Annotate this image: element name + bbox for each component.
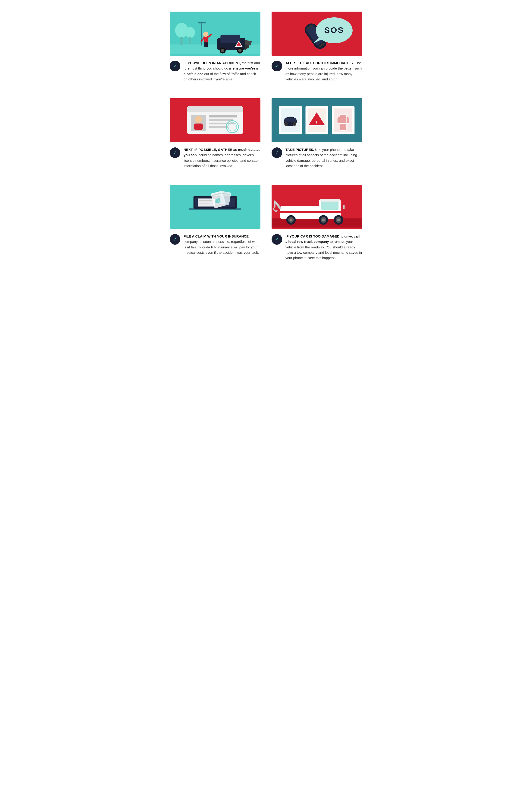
- image-tow: [271, 185, 362, 229]
- heading-tow: IF YOUR CAR IS TOO DAMAGED: [285, 234, 340, 238]
- text-gather: ✓ NEXT, IF POSSIBLE, GATHER as much data…: [170, 147, 261, 168]
- svg-text:SOS: SOS: [324, 25, 344, 35]
- text-accident-content: IF YOU'VE BEEN IN AN ACCIDENT, the first…: [184, 60, 261, 82]
- svg-rect-6: [201, 22, 202, 46]
- text-pictures-content: TAKE PICTURES. Use your phone and take p…: [285, 147, 362, 168]
- svg-rect-5: [189, 37, 191, 44]
- text-tow: ✓ IF YOUR CAR IS TOO DAMAGED to drive, c…: [271, 234, 362, 260]
- image-accident: !: [170, 12, 261, 56]
- text-accident: ✓ IF YOU'VE BEEN IN AN ACCIDENT, the fir…: [170, 60, 261, 82]
- check-icon-tow: ✓: [271, 234, 282, 245]
- svg-point-51: [293, 122, 296, 126]
- svg-rect-86: [280, 211, 341, 213]
- svg-rect-38: [194, 124, 203, 130]
- heading-gather: NEXT, IF POSSIBLE, GATHER: [184, 148, 232, 151]
- svg-point-89: [290, 219, 292, 221]
- divider-2: [170, 178, 362, 178]
- svg-rect-35: [187, 109, 243, 112]
- svg-text:!: !: [316, 120, 317, 125]
- svg-rect-39: [209, 115, 237, 117]
- divider-1: [170, 91, 362, 91]
- svg-rect-81: [271, 218, 362, 227]
- svg-rect-99: [343, 205, 344, 209]
- text-pictures: ✓ TAKE PICTURES. Use your phone and take…: [271, 147, 362, 168]
- image-gather: [170, 98, 261, 142]
- svg-point-92: [322, 219, 325, 221]
- heading-pictures: TAKE PICTURES.: [285, 148, 314, 151]
- heading-authorities: ALERT THE AUTHORITIES IMMEDIATELY.: [285, 61, 354, 65]
- svg-rect-49: [285, 118, 296, 123]
- text-authorities: ✓ ALERT THE AUTHORITIES IMMEDIATELY. The…: [271, 60, 362, 82]
- svg-rect-42: [209, 126, 228, 128]
- text-claim: ✓ FILE A CLAIM WITH YOUR INSURANCE compa…: [170, 234, 261, 255]
- main-grid: ! ✓ IF YOU'VE: [164, 7, 368, 268]
- check-icon-gather: ✓: [170, 147, 180, 158]
- svg-point-50: [284, 122, 288, 126]
- svg-point-95: [337, 219, 340, 221]
- text-gather-content: NEXT, IF POSSIBLE, GATHER as much data a…: [184, 147, 261, 168]
- svg-rect-84: [321, 201, 339, 210]
- check-icon-pictures: ✓: [271, 147, 282, 158]
- svg-point-11: [221, 49, 224, 52]
- cell-accident: ! ✓ IF YOU'VE: [164, 7, 266, 89]
- svg-rect-7: [198, 22, 206, 23]
- check-icon-accident: ✓: [170, 61, 180, 71]
- text-authorities-content: ALERT THE AUTHORITIES IMMEDIATELY. The m…: [285, 60, 362, 82]
- cell-claim: ✓ ✓ FILE A CLAIM WITH YOUR INSURANCE com…: [164, 180, 266, 268]
- svg-point-19: [203, 32, 208, 37]
- image-claim: ✓: [170, 185, 261, 229]
- heading-claim: FILE A CLAIM WITH YOUR INSURANCE: [184, 234, 249, 238]
- svg-rect-3: [180, 37, 183, 45]
- svg-text:!: !: [238, 43, 239, 46]
- image-authorities: SOS: [271, 12, 362, 56]
- text-tow-content: IF YOUR CAR IS TOO DAMAGED to drive, cal…: [285, 234, 362, 260]
- text-claim-content: FILE A CLAIM WITH YOUR INSURANCE company…: [184, 234, 261, 255]
- svg-rect-68: [199, 202, 211, 202]
- check-icon-authorities: ✓: [271, 61, 282, 71]
- svg-rect-67: [199, 200, 212, 201]
- cell-authorities: SOS ✓ ALERT THE AUTHORITIES IMMEDIATELY.…: [266, 7, 368, 89]
- svg-rect-98: [334, 197, 339, 199]
- heading-accident: IF YOU'VE BEEN IN AN ACCIDENT,: [184, 61, 241, 65]
- svg-rect-9: [221, 35, 240, 43]
- svg-point-37: [195, 116, 202, 123]
- svg-rect-40: [209, 119, 233, 121]
- svg-point-13: [238, 49, 242, 52]
- image-pictures: !: [271, 98, 362, 142]
- svg-rect-59: [337, 117, 349, 124]
- cell-tow: ✓ IF YOUR CAR IS TOO DAMAGED to drive, c…: [266, 180, 368, 268]
- svg-rect-20: [204, 42, 206, 47]
- svg-rect-21: [206, 42, 208, 47]
- cell-pictures: ! ✓ TAKE PICTURES. Use your phone and ta…: [266, 94, 368, 176]
- svg-rect-70: [199, 205, 209, 205]
- svg-rect-69: [199, 203, 210, 204]
- svg-rect-85: [320, 199, 340, 201]
- cell-gather: ✓ NEXT, IF POSSIBLE, GATHER as much data…: [164, 94, 266, 176]
- check-icon-claim: ✓: [170, 234, 180, 245]
- svg-point-4: [186, 27, 195, 38]
